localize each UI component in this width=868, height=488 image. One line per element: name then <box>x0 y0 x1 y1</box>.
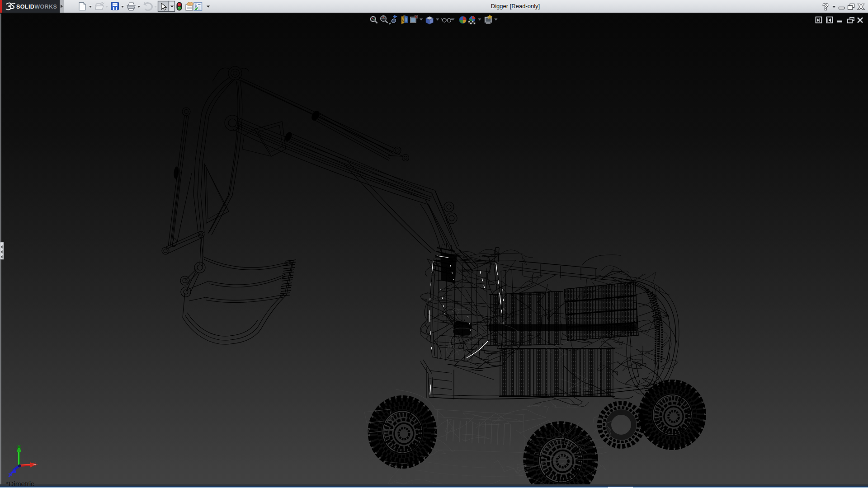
svg-text:SOLIDWORKS: SOLIDWORKS <box>16 4 57 10</box>
svg-text:*Dimetric: *Dimetric <box>6 480 34 488</box>
